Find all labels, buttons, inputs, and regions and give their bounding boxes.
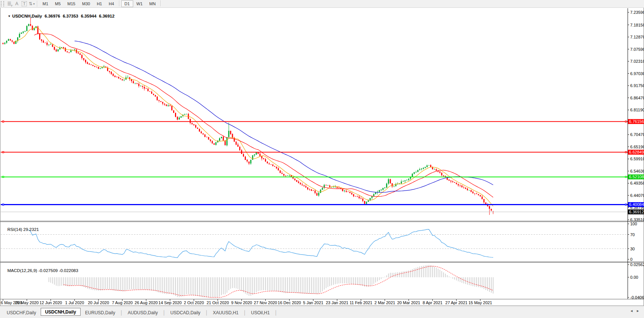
chart-canvas: 7.235907.181507.128707.075907.023106.970… (0, 7, 644, 318)
tab-separator: │ (275, 310, 278, 315)
toolbar-separator (119, 0, 120, 6)
toolbar-grip[interactable] (1, 1, 4, 6)
macd-axis-tick: -0.040687 (630, 295, 644, 300)
toolbar-separator (160, 0, 161, 6)
lines-f-icon[interactable]: ☰F (6, 0, 13, 7)
timeframe-buttons-group: M1M5M15M30H1H4D1W1MN (39, 0, 163, 7)
rsi-value: 29.2321 (24, 227, 39, 232)
tab-scroll-arrows[interactable]: ◄► (630, 309, 643, 313)
macd-axis-tick: 0.00 (630, 275, 638, 280)
svg-text:6.36912: 6.36912 (629, 210, 644, 214)
tab-separator: │ (120, 310, 123, 315)
price-axis-tick: 7.07590 (630, 47, 644, 52)
date-axis-tick: 20 Jul 2020 (88, 300, 109, 305)
price-axis-tick: 6.44070 (630, 193, 644, 198)
date-axis-tick: 25 May 2020 (15, 300, 39, 305)
price-axis-tick: 6.70470 (630, 132, 644, 137)
timeframe-mn[interactable]: MN (146, 0, 159, 7)
price-axis-tick: 7.02310 (630, 59, 644, 64)
date-axis-tick: 27 Nov 2020 (254, 300, 277, 305)
date-axis-tick: 5 Jan 2021 (303, 300, 323, 305)
ohlc-low: 6.35944 (81, 14, 97, 18)
date-axis-tick: 11 Feb 2021 (350, 300, 372, 305)
date-axis-tick: 2 Mar 2021 (375, 300, 396, 305)
tab-eurusd-daily[interactable]: EURUSD,Daily (81, 309, 120, 317)
symbol-menu-icon[interactable]: ▼ (8, 15, 11, 18)
mt4-window: ☰FAT⇅▾ M1M5M15M30H1H4D1W1MN 7.235907.181… (0, 0, 644, 318)
macd-axis-tick: 0.025623 (630, 262, 644, 267)
date-axis-tick: 14 Sep 2020 (159, 300, 182, 305)
date-axis-tick: 27 Apr 2021 (446, 300, 468, 305)
tab-usdcad-daily[interactable]: USDCAD,Daily (166, 309, 205, 317)
price-axis-tick: 6.91750 (630, 83, 644, 88)
date-axis-tick: 1 Jul 2020 (65, 300, 84, 305)
rsi-name: RSI(14) (7, 227, 22, 232)
timeframe-d1[interactable]: D1 (121, 0, 133, 7)
date-axis-tick: 16 Dec 2020 (278, 300, 301, 305)
timeframe-m5[interactable]: M5 (51, 0, 64, 7)
arrow-style-icon[interactable]: ⇅▾ (28, 0, 35, 7)
price-axis-tick: 6.54630 (630, 169, 644, 173)
macd-indicator-label: MACD(12,26,9) -0.027509 -0.022083 (3, 264, 78, 277)
tab-separator: │ (163, 310, 166, 315)
date-axis-tick: 20 Mar 2021 (397, 300, 420, 305)
price-axis-tick: 7.23590 (630, 10, 644, 15)
text-t-icon[interactable]: T (21, 0, 28, 7)
tab-separator: │ (205, 310, 208, 315)
date-axis-tick: 21 Oct 2020 (207, 300, 229, 305)
tab-usdchf-daily[interactable]: USDCHF,Daily (2, 309, 41, 317)
timeframe-h1[interactable]: H1 (93, 0, 105, 7)
ohlc-open: 6.36976 (45, 14, 60, 18)
svg-text:6.76156: 6.76156 (629, 119, 644, 124)
tabs-group: USDCHF,DailyUSDCNH,DailyEURUSD,Daily│AUD… (2, 309, 278, 317)
tab-usoil-h1[interactable]: USOil,H1 (247, 309, 274, 317)
date-axis-tick: 26 Aug 2020 (135, 300, 158, 305)
price-axis-tick: 6.81190 (630, 108, 644, 112)
date-axis-tick: 12 Jun 2020 (40, 300, 62, 305)
date-axis-tick: 8 Apr 2021 (423, 300, 443, 305)
price-axis-tick: 6.49350 (630, 181, 644, 185)
tab-audusd-daily[interactable]: AUDUSD,Daily (123, 309, 162, 317)
chart-title: ▼USDCNH,Daily6.369766.373536.359446.3691… (3, 9, 115, 23)
date-axis-tick: 23 Jan 2021 (326, 300, 348, 305)
price-axis-tick: 6.97030 (630, 71, 644, 76)
price-axis-tick: 7.18150 (630, 23, 644, 27)
ohlc-high: 6.37353 (63, 14, 78, 18)
label-a-icon[interactable]: A (13, 0, 21, 7)
svg-text:6.62849: 6.62849 (629, 150, 644, 154)
timeframe-m1[interactable]: M1 (39, 0, 51, 7)
date-axis-tick: 7 Aug 2020 (112, 300, 133, 305)
date-axis-tick: 9 Nov 2020 (231, 300, 252, 305)
chart-tab-bar: USDCHF,DailyUSDCNH,DailyEURUSD,Daily│AUD… (0, 306, 644, 318)
date-axis-tick: 15 May 2021 (468, 300, 492, 305)
ohlc-close: 6.36912 (99, 14, 115, 18)
timeframe-m15[interactable]: M15 (64, 0, 79, 7)
rsi-axis-tick: 30 (630, 247, 635, 251)
date-axis-tick: 2 Oct 2020 (184, 300, 204, 305)
rsi-axis-tick: 100 (630, 222, 637, 226)
timeframe-m30[interactable]: M30 (79, 0, 93, 7)
macd-name: MACD(12,26,9) (7, 268, 37, 273)
price-axis-tick: 7.12870 (630, 35, 644, 39)
price-axis-tick: 6.59910 (630, 157, 644, 161)
rsi-axis-tick: 0 (630, 257, 632, 262)
tab-separator: │ (243, 310, 246, 315)
svg-text:6.52108: 6.52108 (629, 175, 644, 179)
drawing-tools-group: ☰FAT⇅▾ (6, 0, 35, 7)
chart-symbol: USDCNH,Daily (12, 14, 42, 18)
price-axis-tick: 6.86470 (630, 96, 644, 100)
rsi-indicator-label: RSI(14) 29.2321 (3, 223, 39, 236)
tab-xauusd-h1[interactable]: XAUUSD,H1 (209, 309, 243, 317)
price-axis-tick: 6.65190 (630, 145, 644, 149)
tab-usdcnh-daily[interactable]: USDCNH,Daily (41, 308, 81, 316)
toolbar: ☰FAT⇅▾ M1M5M15M30H1H4D1W1MN (0, 0, 644, 8)
rsi-axis-tick: 70 (630, 232, 635, 237)
timeframe-h4[interactable]: H4 (105, 0, 117, 7)
toolbar-separator (37, 1, 38, 7)
svg-text:6.40084: 6.40084 (629, 202, 644, 207)
timeframe-w1[interactable]: W1 (133, 0, 146, 7)
macd-values: -0.027509 -0.022083 (38, 268, 78, 273)
